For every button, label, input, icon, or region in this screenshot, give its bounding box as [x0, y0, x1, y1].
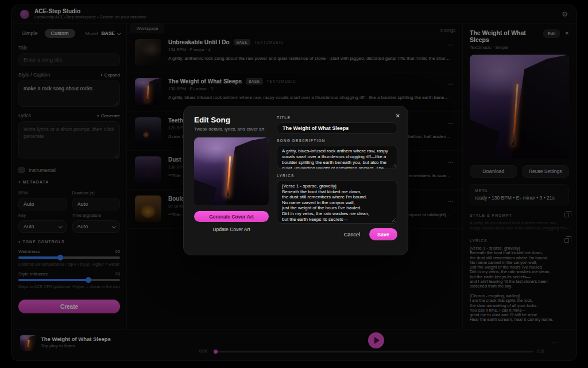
modal-title: Edit Song: [194, 116, 269, 124]
modal-subtitle: Tweak details, lyrics, and cover art: [194, 126, 269, 132]
modal-title-input[interactable]: [277, 122, 397, 134]
modal-description-textarea[interactable]: A gritty, blues-infused rock anthem wher…: [277, 145, 397, 169]
generate-cover-art-button[interactable]: Generate Cover Art: [194, 211, 269, 222]
close-icon[interactable]: ✕: [396, 113, 400, 119]
modal-lyrics-textarea[interactable]: [Verse 1 - sparse, gravelly] Beneath the…: [277, 180, 397, 224]
modal-lyrics-label: LYRICS: [277, 174, 397, 178]
app-window: ACE-Step Studio Local-only ACE-Step work…: [11, 5, 577, 361]
modal-description-label: SONG DESCRIPTION: [277, 139, 397, 143]
save-button[interactable]: Save: [369, 228, 397, 240]
edit-song-modal: ✕ Edit Song Tweak details, lyrics, and c…: [183, 106, 408, 255]
modal-cover-art: [194, 137, 269, 205]
update-cover-art-button[interactable]: Update Cover Art: [194, 227, 269, 232]
cancel-button[interactable]: Cancel: [344, 232, 360, 237]
modal-title-label: TITLE: [277, 116, 397, 120]
